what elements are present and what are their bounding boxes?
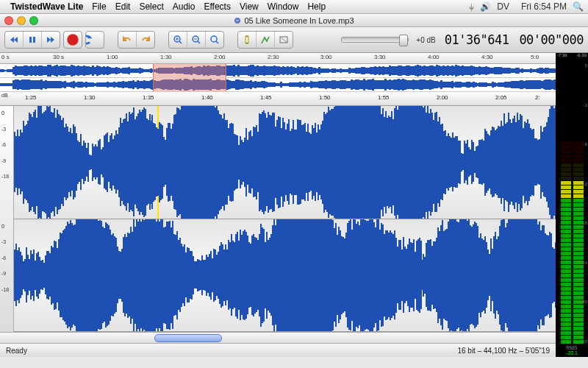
- volume-slider-knob[interactable]: [399, 35, 408, 46]
- undo-redo-group: [118, 31, 155, 49]
- menu-window[interactable]: Window: [268, 1, 299, 12]
- main-tick: 2:05: [495, 94, 507, 101]
- vertical-zoom-button[interactable]: [238, 32, 257, 48]
- meter-peak-r: -6.39: [576, 53, 587, 62]
- waveform-channel-left[interactable]: [14, 106, 556, 219]
- db-ruler-label: dB: [1, 93, 8, 98]
- db-gutter-left: 0 -3 -6 -9 -18 0 -3 -6 -9 -18: [0, 106, 14, 332]
- overview-selection[interactable]: [153, 64, 226, 77]
- overview-tick: 4:00: [428, 54, 440, 60]
- macos-menubar: TwistedWave Lite File Edit Select Audio …: [0, 0, 588, 14]
- main-tick: 1:50: [319, 94, 331, 101]
- loop-button[interactable]: [85, 31, 104, 49]
- overview-tick: 4:30: [481, 54, 493, 60]
- main-tick: 1:25: [25, 94, 37, 101]
- overview-tick: 0 s: [1, 54, 10, 60]
- overview-tick: 30 s: [53, 54, 64, 60]
- main-tick: 2:: [535, 94, 540, 101]
- wifi-icon[interactable]: ⏚: [469, 1, 474, 12]
- zoom-fit-button[interactable]: [206, 32, 223, 48]
- menu-view[interactable]: View: [240, 1, 259, 12]
- level-meter[interactable]: -7.39 -6.39 0 -3 -6 -12 -18 -24 -40 -60 …: [556, 53, 588, 357]
- status-bar: Ready 16 bit – 44,100 Hz – 5'05"19: [0, 343, 556, 357]
- svg-rect-1: [29, 37, 32, 43]
- playhead-time: 01'36"641: [445, 32, 509, 47]
- zoom-group: [168, 31, 224, 49]
- fast-forward-button[interactable]: [42, 32, 60, 48]
- meter-rms-value: -20.1: [566, 350, 578, 355]
- overview-channel-right[interactable]: [0, 78, 556, 92]
- redo-button[interactable]: [137, 32, 154, 48]
- main-tick: 1:55: [378, 94, 390, 101]
- spotlight-icon[interactable]: 🔍: [573, 1, 584, 12]
- meter-peak-l: -7.39: [557, 53, 567, 62]
- menu-select[interactable]: Select: [139, 1, 163, 12]
- zoom-in-button[interactable]: [169, 32, 187, 48]
- menu-edit[interactable]: Edit: [115, 1, 131, 12]
- menu-audio[interactable]: Audio: [173, 1, 196, 12]
- menu-help[interactable]: Help: [307, 1, 326, 12]
- menubar-clock[interactable]: Fri 6:54 PM: [521, 1, 567, 12]
- main-ruler[interactable]: dB 1:25 1:30 1:35 1:40 1:45 1:50 1:55 2:…: [0, 92, 556, 106]
- status-left: Ready: [6, 347, 27, 355]
- overview-tick: 2:30: [268, 54, 279, 60]
- status-right: 16 bit – 44,100 Hz – 5'05"19: [457, 347, 550, 355]
- horizontal-scrollbar-thumb[interactable]: [154, 334, 222, 342]
- volume-db-label: +0 dB: [416, 36, 435, 44]
- overview-ruler[interactable]: 0 s 30 s 1:00 1:30 2:00 2:30 3:00 3:30 4…: [0, 53, 556, 64]
- overview-tick: 1:00: [107, 54, 118, 60]
- record-button[interactable]: [63, 31, 82, 49]
- svg-point-6: [211, 36, 217, 42]
- overview-channel-left[interactable]: [0, 64, 556, 78]
- main-toolbar: +0 dB 01'36"641 00'00"000: [0, 27, 588, 53]
- meter-rms-label: RMS: [566, 345, 578, 350]
- volume-slider[interactable]: [341, 37, 409, 43]
- horizontal-scrollbar[interactable]: [0, 332, 556, 343]
- menu-file[interactable]: File: [92, 1, 106, 12]
- battery-label: DV: [497, 1, 509, 12]
- markers-button[interactable]: [275, 32, 293, 48]
- overview-tick: 3:30: [374, 54, 386, 60]
- overview-tick: 3:00: [320, 54, 332, 60]
- overview-tick: 2:00: [214, 54, 226, 60]
- selection-duration: 00'00"000: [519, 32, 584, 47]
- overview-selection[interactable]: [153, 78, 226, 91]
- menu-effects[interactable]: Effects: [204, 1, 230, 12]
- pause-button[interactable]: [24, 32, 42, 48]
- svg-rect-2: [33, 37, 35, 43]
- main-tick: 2:00: [437, 94, 448, 101]
- overview-tick: 1:30: [160, 54, 172, 60]
- undo-button[interactable]: [118, 32, 137, 48]
- svg-point-3: [67, 34, 78, 45]
- document-title: 05 Like Someone In Love.mp3: [244, 16, 354, 25]
- volume-icon[interactable]: 🔊: [480, 1, 491, 12]
- main-tick: 1:40: [201, 94, 213, 101]
- main-tick: 1:35: [143, 94, 154, 101]
- overview-tick: 5:0: [531, 54, 539, 60]
- overview-waveform[interactable]: 0 s 30 s 1:00 1:30 2:00 2:30 3:00 3:30 4…: [0, 53, 556, 92]
- transport-group: [4, 31, 60, 49]
- minimize-window-button[interactable]: [17, 16, 26, 25]
- rewind-button[interactable]: [5, 32, 24, 48]
- zoom-window-button[interactable]: [29, 16, 38, 25]
- close-window-button[interactable]: [4, 16, 13, 25]
- window-titlebar[interactable]: 05 Like Someone In Love.mp3: [0, 14, 588, 27]
- main-tick: 1:30: [84, 94, 96, 101]
- app-menu[interactable]: TwistedWave Lite: [10, 1, 83, 12]
- zoom-out-button[interactable]: [187, 32, 206, 48]
- document-proxy-icon[interactable]: [234, 17, 241, 24]
- svg-rect-7: [245, 36, 248, 43]
- main-tick: 1:45: [260, 94, 272, 101]
- waveform-channel-right[interactable]: [14, 219, 556, 333]
- tools-group: [237, 31, 293, 49]
- normalize-button[interactable]: [257, 32, 275, 48]
